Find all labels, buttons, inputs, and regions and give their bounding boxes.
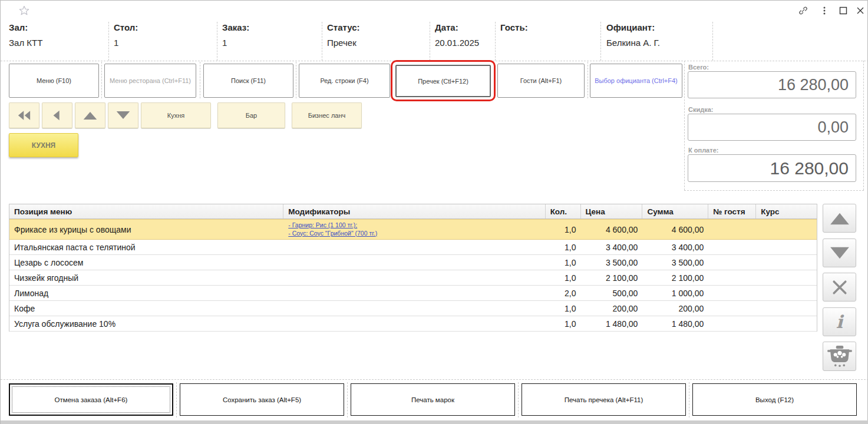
- dashed-separator: [200, 62, 200, 98]
- send-to-kitchen-button[interactable]: [823, 342, 856, 371]
- order-items-table: Позиция меню Модификаторы Кол. Цена Сумм…: [9, 204, 817, 332]
- item-qty: 1,0: [546, 316, 581, 331]
- menu-button[interactable]: Меню (F10): [9, 64, 99, 98]
- item-name: Фрикасе из курицы с овощами: [9, 220, 283, 239]
- dashed-separator: [689, 382, 689, 418]
- row-info-button[interactable]: i: [823, 307, 856, 336]
- down-arrow-icon: [115, 110, 131, 121]
- dashed-separator: [600, 22, 601, 61]
- field-date: Дата: 20.01.2025: [435, 22, 491, 58]
- table-row[interactable]: Услуга обслуживание 10% 1,0 1 480,00 1 4…: [9, 316, 817, 332]
- item-guest: [708, 220, 756, 239]
- field-waiter-label: Официант:: [606, 22, 709, 32]
- column-header-qty: Кол.: [546, 204, 581, 218]
- item-modifiers: [283, 255, 545, 270]
- table-row[interactable]: Цезарь с лососем 1,0 3 500,00 3 500,00: [9, 255, 817, 270]
- restaurant-menu-button[interactable]: Меню ресторана (Ctrl+F11): [104, 64, 196, 98]
- item-name: Чизкейк ягодный: [9, 270, 283, 285]
- item-course: [756, 255, 817, 270]
- item-name: Услуга обслуживание 10%: [9, 316, 283, 331]
- info-icon: i: [836, 313, 843, 331]
- item-sum: 2 100,00: [642, 270, 708, 285]
- save-order-button[interactable]: Сохранить заказ (Alt+F5): [180, 383, 344, 416]
- to-pay-field[interactable]: 16 280,00: [688, 154, 856, 182]
- modifier-link[interactable]: - Соус: Соус "Грибной" (700 тг.): [288, 230, 377, 238]
- pos-order-window: Зал: Зал КТТ Стол: 1 Заказ: 1 Статус: Пр…: [0, 0, 868, 424]
- dashed-separator: [347, 382, 348, 418]
- table-header-row: Позиция меню Модификаторы Кол. Цена Сумм…: [9, 204, 817, 219]
- category-business-lunch-button[interactable]: Бизнес ланч: [292, 102, 362, 128]
- dashed-separator: [712, 22, 713, 61]
- dashed-separator: [863, 61, 864, 190]
- item-price: 200,00: [581, 301, 643, 316]
- item-guest: [708, 316, 756, 331]
- table-row[interactable]: Кофе 1,0 200,00 200,00: [9, 301, 817, 316]
- field-table: Стол: 1: [114, 22, 211, 58]
- to-pay-label: К оплате:: [688, 147, 718, 154]
- total-field[interactable]: 16 280,00: [688, 71, 856, 98]
- cancel-order-button[interactable]: Отмена заказа (Alt+F6): [9, 383, 173, 416]
- column-header-course: Курс: [756, 204, 817, 218]
- favorite-star-icon[interactable]: [18, 5, 30, 16]
- select-waiter-button[interactable]: Выбор официанта (Ctrl+F4): [590, 64, 682, 98]
- nav-first-button[interactable]: [9, 102, 39, 128]
- category-bar-button[interactable]: Бар: [217, 102, 285, 128]
- left-arrow-icon: [51, 109, 64, 122]
- nav-up-button[interactable]: [75, 102, 105, 128]
- active-category-kitchen-button[interactable]: КУХНЯ: [9, 133, 78, 157]
- total-label: Всего:: [688, 64, 709, 71]
- table-row[interactable]: Чизкейк ягодный 1,0 2 100,00 2 100,00: [9, 270, 817, 286]
- close-icon[interactable]: [854, 5, 866, 16]
- edit-row-button[interactable]: Ред. строки (F4): [299, 64, 390, 98]
- field-waiter: Официант: Белкина А. Г.: [606, 22, 709, 58]
- dashed-separator: [296, 62, 296, 98]
- row-delete-button[interactable]: [823, 273, 856, 302]
- print-prechek-button[interactable]: Печать пречека (Alt+F11): [522, 383, 686, 416]
- dashed-separator: [101, 62, 102, 98]
- discount-field[interactable]: 0,00: [688, 114, 856, 141]
- print-marks-button[interactable]: Печать марок: [351, 383, 515, 416]
- item-course: [756, 270, 817, 285]
- field-order: Заказ: 1: [222, 22, 316, 58]
- dashed-separator: [322, 22, 322, 61]
- table-row[interactable]: Лимонад 2,0 500,00 1 000,00: [9, 286, 817, 301]
- window-bottom-edge: [1, 420, 868, 424]
- maximize-icon[interactable]: [837, 5, 849, 16]
- field-hall-value: Зал КТТ: [9, 38, 103, 48]
- category-kitchen-button[interactable]: Кухня: [141, 102, 211, 128]
- item-course: [756, 316, 817, 331]
- field-date-value: 20.01.2025: [435, 38, 491, 48]
- item-price: 1 480,00: [581, 316, 643, 331]
- link-icon[interactable]: [797, 5, 809, 16]
- up-arrow-icon: [829, 210, 851, 227]
- row-move-down-button[interactable]: [823, 238, 856, 267]
- dashed-separator: [108, 22, 109, 61]
- prechek-button[interactable]: Пречек (Ctl+F12): [395, 65, 491, 97]
- item-guest: [708, 286, 756, 300]
- field-guest-label: Гость:: [500, 22, 595, 32]
- dashed-separator: [430, 22, 430, 61]
- row-move-up-button[interactable]: [823, 204, 856, 233]
- field-order-label: Заказ:: [222, 22, 316, 32]
- table-row[interactable]: Итальянская паста с телятиной 1,0 3 400,…: [9, 240, 817, 255]
- dashed-separator: [176, 382, 177, 418]
- search-button[interactable]: Поиск (F11): [203, 64, 293, 98]
- nav-down-button[interactable]: [108, 102, 138, 128]
- item-sum: 1 480,00: [642, 316, 708, 331]
- nav-prev-button[interactable]: [42, 102, 72, 128]
- item-qty: 1,0: [546, 270, 581, 285]
- table-row-selected[interactable]: Фрикасе из курицы с овощами - Гарнир: Ри…: [9, 219, 817, 240]
- item-name: Лимонад: [9, 286, 283, 300]
- item-modifiers: [283, 240, 545, 254]
- item-price: 2 100,00: [581, 270, 643, 285]
- item-course: [756, 286, 817, 300]
- column-header-sum: Сумма: [642, 204, 708, 218]
- discount-label: Скидка:: [688, 106, 713, 113]
- item-sum: 1 000,00: [642, 286, 708, 300]
- item-course: [756, 301, 817, 316]
- modifier-link[interactable]: - Гарнир: Рис (1 100 тг.);: [288, 221, 357, 230]
- guests-button[interactable]: Гости (Alt+F1): [497, 64, 585, 98]
- kebab-menu-icon[interactable]: [819, 5, 830, 16]
- exit-button[interactable]: Выход (F12): [692, 383, 857, 416]
- item-name: Кофе: [9, 301, 283, 316]
